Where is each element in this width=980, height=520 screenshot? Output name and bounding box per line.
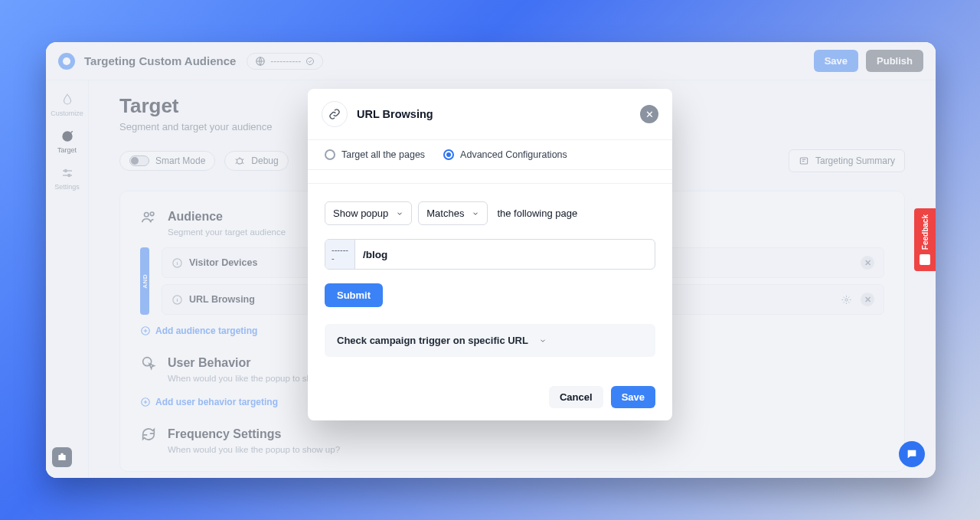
chevron-down-icon [539,337,547,345]
url-input-group: ------ - [325,239,655,270]
chevron-down-icon [472,210,479,217]
url-prefix-mask: ------ - [325,240,355,269]
trigger-check-label: Check campaign trigger on specific URL [337,335,528,346]
radio-icon [325,149,335,160]
modal-save-button[interactable]: Save [611,386,655,408]
feedback-tab[interactable]: Feedback [914,208,936,271]
show-popup-label: Show popup [333,208,388,219]
chevron-down-icon [396,210,403,217]
modal-body: Show popup Matches the following page --… [308,184,672,374]
following-page-text: the following page [497,208,577,219]
radio-target-all[interactable]: Target all the pages [325,149,425,160]
rule-config-row: Show popup Matches the following page [325,201,655,225]
briefcase-icon [57,452,67,463]
feedback-label: Feedback [921,214,929,250]
briefcase-button[interactable] [52,447,72,467]
show-popup-select[interactable]: Show popup [325,201,412,225]
modal-footer: Cancel Save [308,374,672,420]
modal-radio-row: Target all the pages Advanced Configurat… [308,140,672,170]
matches-select[interactable]: Matches [418,201,488,225]
modal-header: URL Browsing ✕ [308,89,672,140]
radio-advanced-label: Advanced Configurations [460,149,567,160]
matches-label: Matches [426,208,464,219]
url-browsing-modal: URL Browsing ✕ Target all the pages Adva… [308,89,672,420]
feedback-icon [920,254,930,265]
modal-title: URL Browsing [357,108,433,120]
link-icon [328,108,341,120]
chat-icon [906,448,918,460]
radio-icon [443,149,454,160]
url-input[interactable] [355,249,655,260]
chat-launcher[interactable] [899,441,925,467]
cancel-button[interactable]: Cancel [549,386,603,408]
modal-icon-badge [322,101,348,127]
radio-advanced[interactable]: Advanced Configurations [443,149,567,160]
radio-all-label: Target all the pages [341,149,425,160]
trigger-check-toggle[interactable]: Check campaign trigger on specific URL [325,324,655,357]
modal-close-button[interactable]: ✕ [640,105,658,123]
submit-button[interactable]: Submit [325,283,383,307]
